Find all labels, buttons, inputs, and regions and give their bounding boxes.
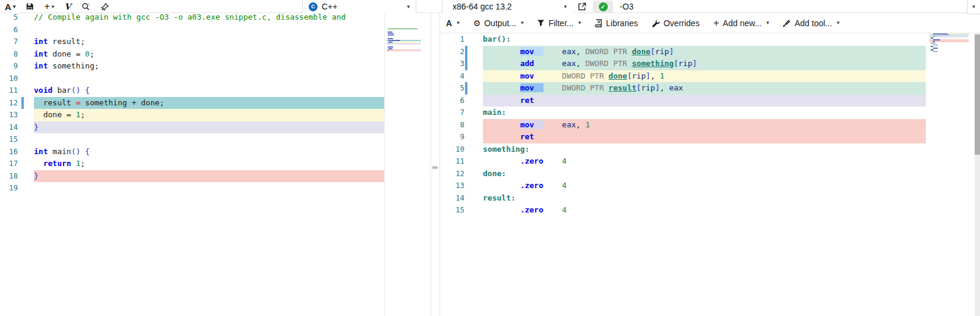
- add-tool-label: Add tool...: [794, 18, 832, 28]
- cpp-logo-icon: C: [309, 2, 318, 11]
- assembly-scrollbar[interactable]: [975, 33, 980, 316]
- code-line-10[interactable]: 10something:: [440, 143, 980, 156]
- token: done: [632, 47, 651, 56]
- line-content: void bar() {: [34, 85, 384, 97]
- token: add: [520, 59, 534, 68]
- open-compiler-site-button[interactable]: [577, 2, 588, 12]
- chevron-down-icon: ▾: [564, 4, 567, 10]
- line-number: 12: [440, 168, 464, 180]
- code-line-9[interactable]: 9 ret: [440, 131, 980, 143]
- code-line-5[interactable]: 5// Compile again with gcc -O3 -o a03.ex…: [0, 13, 431, 24]
- token: ,: [576, 120, 586, 129]
- code-line-17[interactable]: 17 return 1;: [0, 158, 431, 170]
- asm-font-size-button[interactable]: A ▾: [446, 18, 460, 28]
- code-line-12[interactable]: 12done:: [440, 168, 980, 180]
- vim-label: V: [64, 2, 71, 11]
- line-number: 5: [440, 82, 464, 95]
- code-line-6[interactable]: 6: [0, 24, 431, 36]
- token: result: [52, 37, 80, 46]
- token: [80, 98, 85, 107]
- overrides-button[interactable]: Overrides: [652, 18, 700, 28]
- compiler-options-input[interactable]: [613, 0, 966, 12]
- token: int: [34, 61, 48, 70]
- pane-splitter[interactable]: [431, 13, 440, 316]
- assembly-editor[interactable]: 1bar():2 mov eax, DWORD PTR done[rip]3 a…: [440, 33, 980, 316]
- code-line-12[interactable]: 12 result = something + done;: [0, 97, 431, 109]
- line-number: 19: [0, 182, 18, 195]
- token: ,: [659, 83, 669, 92]
- code-line-10[interactable]: 10: [0, 73, 431, 85]
- line-number: 9: [440, 131, 464, 143]
- code-line-8[interactable]: 8 mov eax, 1: [440, 119, 980, 132]
- line-number: 14: [440, 192, 464, 205]
- token: something: [85, 98, 127, 107]
- compiler-label: x86-64 gcc 13.2: [453, 2, 512, 11]
- add-pane-button[interactable]: + ▾: [44, 1, 54, 12]
- code-line-16[interactable]: 16int main() {: [0, 146, 431, 158]
- token: [483, 47, 520, 56]
- code-line-7[interactable]: 7main:: [440, 107, 980, 119]
- source-editor[interactable]: 5// Compile again with gcc -O3 -o a03.ex…: [0, 13, 431, 195]
- chevron-down-icon: ▾: [407, 4, 410, 10]
- code-line-8[interactable]: 8int done = 0;: [0, 48, 431, 61]
- line-content: ret: [483, 131, 926, 143]
- source-minimap[interactable]: [387, 28, 421, 64]
- code-line-15[interactable]: 15: [0, 133, 431, 146]
- token: int: [34, 37, 48, 46]
- compiler-select[interactable]: x86-64 gcc 13.2 ▾: [442, 0, 574, 13]
- token: main: [52, 147, 71, 156]
- code-line-1[interactable]: 1bar():: [440, 33, 980, 46]
- pin-button[interactable]: [100, 1, 109, 12]
- vim-mode-button[interactable]: V: [64, 1, 71, 12]
- libraries-button[interactable]: Libraries: [595, 18, 638, 28]
- code-line-4[interactable]: 4 mov DWORD PTR done[rip], 1: [440, 70, 980, 83]
- collapsed-menu-button[interactable]: ▾: [967, 0, 980, 14]
- line-content: return 1;: [34, 158, 384, 170]
- token: rip: [641, 83, 655, 92]
- output-button[interactable]: ⚙ Output... ▾: [473, 18, 524, 28]
- token: ret: [520, 132, 534, 141]
- scrollbar-thumb[interactable]: [975, 35, 980, 155]
- code-line-11[interactable]: 11 .zero 4: [440, 155, 980, 168]
- token: [544, 157, 562, 165]
- code-line-9[interactable]: 9int something;: [0, 60, 431, 73]
- token: .zero: [520, 157, 544, 165]
- code-line-2[interactable]: 2 mov eax, DWORD PTR done[rip]: [440, 46, 980, 58]
- quick-search-button[interactable]: [81, 1, 90, 12]
- font-size-button[interactable]: A ▾: [5, 1, 15, 12]
- source-toolbar: A ▾ + ▾ V: [5, 0, 109, 13]
- filter-button[interactable]: Filter... ▾: [537, 18, 581, 28]
- token: [80, 86, 85, 95]
- token: [: [636, 83, 641, 92]
- token: DWORD PTR: [585, 59, 632, 68]
- token: +: [127, 98, 141, 107]
- line-number: 11: [0, 85, 18, 97]
- line-number: 12: [0, 97, 18, 109]
- line-number: 18: [0, 170, 18, 183]
- add-new-button[interactable]: + Add new... ▾: [713, 17, 769, 29]
- language-select[interactable]: C C++ ▾: [302, 0, 416, 13]
- assembly-toolbar: A ▾ ⚙ Output... ▾ Filter... ▾ Libraries …: [440, 13, 980, 33]
- code-line-7[interactable]: 7int result;: [0, 36, 431, 48]
- token: [483, 157, 520, 165]
- code-line-11[interactable]: 11void bar() {: [0, 85, 431, 97]
- code-line-6[interactable]: 6 ret: [440, 95, 980, 107]
- chevron-down-icon: ▾: [52, 4, 55, 10]
- code-line-3[interactable]: 3 add eax, DWORD PTR something[rip]: [440, 58, 980, 70]
- code-line-14[interactable]: 14}: [0, 121, 431, 134]
- line-content: .zero 4: [483, 180, 926, 192]
- code-line-15[interactable]: 15 .zero 4: [440, 204, 980, 217]
- token: [483, 181, 520, 190]
- code-line-13[interactable]: 13 done = 1;: [0, 109, 431, 121]
- code-line-13[interactable]: 13 .zero 4: [440, 180, 980, 192]
- token: }: [34, 171, 39, 180]
- token: 4: [562, 157, 567, 165]
- code-line-5[interactable]: 5 mov DWORD PTR result[rip], eax: [440, 82, 980, 95]
- token: something:: [483, 145, 529, 154]
- code-line-18[interactable]: 18}: [0, 170, 431, 183]
- save-button[interactable]: [26, 1, 34, 12]
- add-tool-button[interactable]: Add tool... ▾: [783, 18, 840, 28]
- line-content: .zero 4: [483, 155, 926, 168]
- code-line-14[interactable]: 14result:: [440, 192, 980, 205]
- code-line-19[interactable]: 19: [0, 182, 431, 195]
